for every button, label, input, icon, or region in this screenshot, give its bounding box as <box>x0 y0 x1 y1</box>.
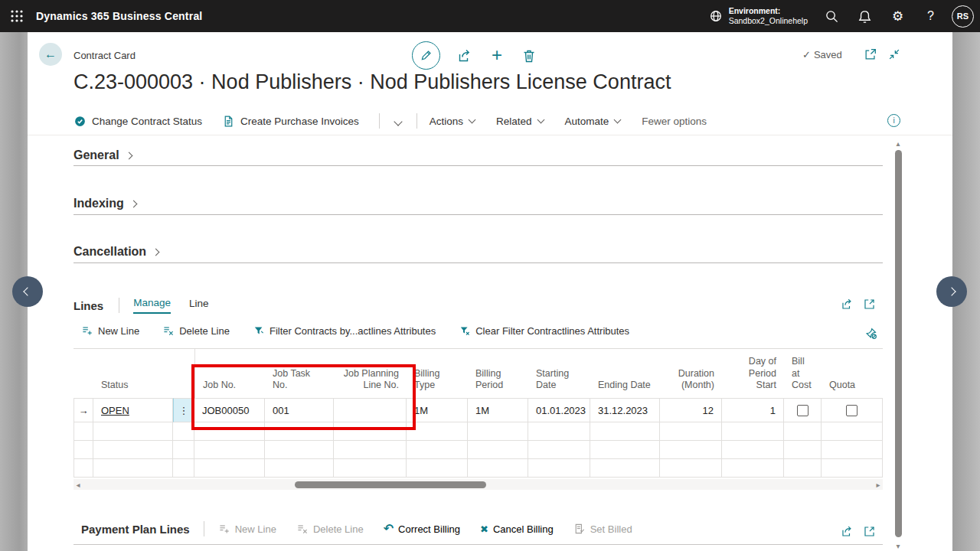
collapse-view-icon[interactable] <box>887 47 901 61</box>
back-button[interactable]: ← <box>39 43 62 66</box>
share-lines-icon[interactable] <box>841 298 854 311</box>
cancel-billing-button[interactable]: ✖Cancel Billing <box>480 523 554 535</box>
duration-cell[interactable]: 12 <box>660 398 722 422</box>
billing-type-cell[interactable]: 1M <box>407 398 468 422</box>
chevron-right-icon <box>129 200 137 207</box>
table-header-row: Status Job No. Job Task No. Job Planning… <box>74 349 883 398</box>
horizontal-scroll-thumb[interactable] <box>295 481 486 488</box>
open-in-new-window-icon[interactable] <box>864 47 877 61</box>
empty-table-row[interactable] <box>74 459 883 478</box>
section-general[interactable]: General <box>74 148 132 162</box>
new-line-button[interactable]: New Line <box>81 324 139 337</box>
info-icon[interactable]: i <box>887 114 900 127</box>
vertical-scroll-thumb[interactable] <box>895 150 902 537</box>
header-ending-date[interactable]: Ending Date <box>590 349 660 398</box>
delete-trash-button[interactable] <box>521 48 537 64</box>
create-purchase-invoices-button[interactable]: Create Purchase Invoices <box>222 115 359 128</box>
day-of-period-start-cell[interactable]: 1 <box>722 398 784 422</box>
scroll-up-arrow[interactable]: ▴ <box>893 139 903 148</box>
divider <box>119 298 119 313</box>
header-quota[interactable]: Quota <box>822 349 883 398</box>
tab-manage[interactable]: Manage <box>133 297 171 314</box>
billing-period-cell[interactable]: 1M <box>468 398 528 422</box>
user-avatar[interactable]: RS <box>952 5 974 28</box>
horizontal-scrollbar[interactable]: ◂ ▸ <box>74 479 883 490</box>
search-icon[interactable] <box>815 0 848 32</box>
new-line-icon <box>218 523 230 535</box>
share-payment-plan-icon[interactable] <box>841 525 854 538</box>
page-type-label: Contract Card <box>74 50 136 61</box>
filter-icon <box>253 324 265 337</box>
header-duration[interactable]: Duration (Month) <box>660 349 722 398</box>
delete-line-icon <box>162 324 175 337</box>
correct-billing-button[interactable]: ↶Correct Billing <box>384 523 460 535</box>
vertical-scrollbar[interactable]: ▴ ▾ <box>893 139 903 551</box>
header-bill-at-cost[interactable]: Bill at Cost <box>784 349 822 398</box>
divider <box>379 113 380 129</box>
job-no-cell[interactable]: JOB00050 <box>194 398 265 422</box>
fewer-options-button[interactable]: Fewer options <box>642 116 707 127</box>
open-in-excel-icon[interactable] <box>863 298 876 311</box>
header-day-of-period-start[interactable]: Day of Period Start <box>722 349 784 398</box>
header-job-planning-line-no[interactable]: Job Planning Line No. <box>334 349 407 398</box>
quota-checkbox[interactable] <box>846 405 858 416</box>
chevron-down-icon <box>537 116 544 124</box>
pp-delete-line-button-disabled: Delete Line <box>296 523 364 535</box>
clear-filter-button[interactable]: Clear Filter Contractlines Attributes <box>459 324 629 337</box>
header-starting-date[interactable]: Starting Date <box>528 349 590 398</box>
action-bar: Change Contract Status Create Purchase I… <box>74 110 707 132</box>
edit-pencil-button[interactable] <box>412 41 440 70</box>
header-status[interactable]: Status <box>93 349 173 398</box>
related-menu[interactable]: Related <box>496 116 544 127</box>
automate-menu[interactable]: Automate <box>565 116 621 127</box>
delete-line-icon <box>296 523 309 535</box>
row-selector-arrow[interactable]: → <box>74 398 93 422</box>
chevron-right-icon <box>152 248 160 256</box>
settings-gear-icon[interactable]: ⚙ <box>881 0 914 32</box>
scroll-left-arrow[interactable]: ◂ <box>74 481 83 489</box>
change-contract-status-button[interactable]: Change Contract Status <box>74 115 202 128</box>
tab-line[interactable]: Line <box>189 298 209 313</box>
filter-contracts-button[interactable]: Filter Contracts by...actlines Attribute… <box>253 324 436 337</box>
clear-filter-icon <box>459 324 471 337</box>
help-icon[interactable]: ? <box>914 0 947 32</box>
header-arrow-col <box>74 349 93 398</box>
share-button[interactable] <box>457 48 472 64</box>
row-menu-dots[interactable]: ⋮ <box>173 398 194 422</box>
notifications-bell-icon[interactable] <box>848 0 881 32</box>
environment-indicator[interactable]: Environment: Sandbox2_Onlinehelp <box>709 6 808 26</box>
divider <box>416 113 417 129</box>
header-job-no[interactable]: Job No. <box>194 349 265 398</box>
section-cancellation[interactable]: Cancellation <box>74 245 158 259</box>
header-job-task-no[interactable]: Job Task No. <box>265 349 334 398</box>
new-record-plus-button[interactable]: + <box>489 48 505 64</box>
table-row: → OPEN ⋮ JOB00050 001 1M 1M 01.01.2023 3… <box>74 398 883 422</box>
saved-status: ✓ Saved <box>802 49 842 60</box>
previous-record-button[interactable] <box>12 276 43 307</box>
section-indexing[interactable]: Indexing <box>74 197 136 210</box>
starting-date-cell[interactable]: 01.01.2023 <box>528 398 590 422</box>
scroll-right-arrow[interactable]: ▸ <box>874 481 883 489</box>
header-billing-type[interactable]: Billing Type <box>407 349 468 398</box>
ending-date-cell[interactable]: 31.12.2023 <box>590 398 660 422</box>
lines-section-title: Lines <box>74 299 103 312</box>
scroll-down-arrow[interactable]: ▾ <box>893 542 903 550</box>
empty-table-row[interactable] <box>74 422 883 441</box>
job-task-no-cell[interactable]: 001 <box>265 398 334 422</box>
unpin-toolbar-icon[interactable] <box>864 327 877 340</box>
next-record-button[interactable] <box>936 276 967 307</box>
actions-menu[interactable]: Actions <box>430 116 475 127</box>
bill-at-cost-checkbox[interactable] <box>797 405 808 416</box>
app-launcher-waffle-icon[interactable] <box>8 8 25 24</box>
open-in-excel-icon[interactable] <box>863 525 876 538</box>
header-billing-period[interactable]: Billing Period <box>468 349 528 398</box>
delete-line-button[interactable]: Delete Line <box>162 324 230 337</box>
page-title: C.23-000003 · Nod Publishers · Nod Publi… <box>74 70 671 94</box>
contract-lines-table: Status Job No. Job Task No. Job Planning… <box>74 349 883 478</box>
divider <box>74 262 883 263</box>
status-cell[interactable]: OPEN <box>93 398 173 422</box>
more-actions-chevron-button[interactable] <box>392 116 404 127</box>
app-title: Dynamics 365 Business Central <box>36 10 202 22</box>
empty-table-row[interactable] <box>74 441 883 459</box>
job-planning-line-no-cell[interactable] <box>334 398 407 422</box>
